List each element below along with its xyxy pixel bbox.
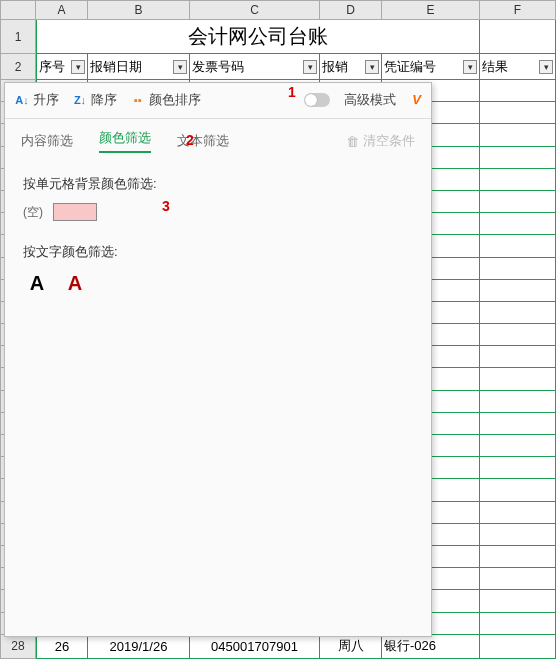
hdr-F-label: 结果 bbox=[482, 58, 508, 76]
empty-swatch-label: (空) bbox=[23, 204, 43, 221]
hdr-C-label: 发票号码 bbox=[192, 58, 244, 76]
cell[interactable] bbox=[480, 80, 556, 102]
font-color-black[interactable]: A bbox=[23, 271, 51, 295]
cell[interactable] bbox=[480, 568, 556, 590]
cell[interactable] bbox=[480, 435, 556, 457]
font-color-label: 按文字颜色筛选: bbox=[23, 243, 413, 261]
cell[interactable] bbox=[480, 147, 556, 169]
sort-asc-button[interactable]: A↓升序 bbox=[15, 91, 59, 109]
sort-desc-icon: Z↓ bbox=[73, 94, 87, 106]
cell[interactable] bbox=[480, 213, 556, 235]
cell[interactable] bbox=[480, 524, 556, 546]
hdr-B: 报销日期▾ bbox=[88, 54, 190, 80]
clear-label: 清空条件 bbox=[363, 132, 415, 150]
col-C[interactable]: C bbox=[190, 0, 320, 20]
filter-button-D[interactable]: ▾ bbox=[365, 60, 379, 74]
row-28-header[interactable]: 28 bbox=[0, 635, 36, 659]
cell[interactable] bbox=[480, 546, 556, 568]
hdr-A-label: 序号 bbox=[39, 58, 65, 76]
bg-color-label: 按单元格背景颜色筛选: bbox=[23, 175, 413, 193]
font-color-section: 按文字颜色筛选: A A bbox=[23, 243, 413, 295]
cell-F1[interactable] bbox=[480, 20, 556, 54]
filter-button-E[interactable]: ▾ bbox=[463, 60, 477, 74]
sort-asc-icon: A↓ bbox=[15, 94, 29, 106]
advanced-label: 高级模式 bbox=[344, 91, 396, 109]
row-1-header[interactable]: 1 bbox=[0, 20, 36, 54]
sort-asc-label: 升序 bbox=[33, 91, 59, 109]
cell-D28[interactable]: 周八 bbox=[320, 635, 382, 659]
filter-dropdown: A↓升序 Z↓降序 ▪▪颜色排序 高级模式 V 内容筛选 颜色筛选 文本筛选 🗑… bbox=[4, 82, 432, 637]
color-sort-label: 颜色排序 bbox=[149, 91, 201, 109]
hdr-D-label: 报销 bbox=[322, 58, 348, 76]
cell[interactable] bbox=[480, 124, 556, 146]
col-F[interactable]: F bbox=[480, 0, 556, 20]
dropdown-toolbar: A↓升序 Z↓降序 ▪▪颜色排序 高级模式 V bbox=[5, 83, 431, 119]
cell[interactable] bbox=[480, 169, 556, 191]
dropdown-tabs: 内容筛选 颜色筛选 文本筛选 🗑 清空条件 bbox=[5, 119, 431, 161]
cell[interactable] bbox=[480, 590, 556, 612]
hdr-F: 结果▾ bbox=[480, 54, 556, 80]
sheet-title: 会计网公司台账 bbox=[36, 20, 480, 54]
tab-color-filter[interactable]: 颜色筛选 bbox=[99, 129, 151, 153]
cell-B28[interactable]: 2019/1/26 bbox=[88, 635, 190, 659]
hdr-E-label: 凭证编号 bbox=[384, 58, 436, 76]
cell-C28[interactable]: 045001707901 bbox=[190, 635, 320, 659]
bg-color-section: 按单元格背景颜色筛选: (空) bbox=[23, 175, 413, 221]
cell[interactable] bbox=[480, 324, 556, 346]
tab-content-filter[interactable]: 内容筛选 bbox=[21, 132, 73, 150]
trash-icon: 🗑 bbox=[346, 134, 359, 149]
cell[interactable] bbox=[480, 258, 556, 280]
filter-button-C[interactable]: ▾ bbox=[303, 60, 317, 74]
cell[interactable] bbox=[480, 302, 556, 324]
advanced-toggle[interactable] bbox=[304, 93, 330, 107]
cell[interactable] bbox=[480, 235, 556, 257]
cell[interactable] bbox=[480, 346, 556, 368]
cell[interactable] bbox=[480, 457, 556, 479]
col-E[interactable]: E bbox=[382, 0, 480, 20]
cell[interactable] bbox=[480, 280, 556, 302]
row-2-header[interactable]: 2 bbox=[0, 54, 36, 80]
swatch-pink[interactable] bbox=[53, 203, 97, 221]
filter-button-B[interactable]: ▾ bbox=[173, 60, 187, 74]
cell-F28[interactable] bbox=[480, 635, 556, 659]
hdr-C: 发票号码▾ bbox=[190, 54, 320, 80]
col-D[interactable]: D bbox=[320, 0, 382, 20]
color-sort-button[interactable]: ▪▪颜色排序 bbox=[131, 91, 201, 109]
cell[interactable] bbox=[480, 613, 556, 635]
vip-icon: V bbox=[412, 92, 421, 107]
cell[interactable] bbox=[480, 413, 556, 435]
corner-cell[interactable] bbox=[0, 0, 36, 20]
font-color-red[interactable]: A bbox=[61, 271, 89, 295]
cell[interactable] bbox=[480, 479, 556, 501]
tab-text-filter[interactable]: 文本筛选 bbox=[177, 132, 229, 150]
hdr-E: 凭证编号▾ bbox=[382, 54, 480, 80]
cell[interactable] bbox=[480, 368, 556, 390]
filter-button-F[interactable]: ▾ bbox=[539, 60, 553, 74]
color-sort-icon: ▪▪ bbox=[131, 94, 145, 106]
filter-button-A[interactable]: ▾ bbox=[71, 60, 85, 74]
cell[interactable] bbox=[480, 391, 556, 413]
hdr-A: 序号▾ bbox=[36, 54, 88, 80]
sort-desc-button[interactable]: Z↓降序 bbox=[73, 91, 117, 109]
clear-conditions-button[interactable]: 🗑 清空条件 bbox=[346, 132, 415, 150]
col-B[interactable]: B bbox=[88, 0, 190, 20]
hdr-D: 报销▾ bbox=[320, 54, 382, 80]
cell[interactable] bbox=[480, 191, 556, 213]
hdr-B-label: 报销日期 bbox=[90, 58, 142, 76]
sort-desc-label: 降序 bbox=[91, 91, 117, 109]
col-A[interactable]: A bbox=[36, 0, 88, 20]
dropdown-body: 按单元格背景颜色筛选: (空) 按文字颜色筛选: A A bbox=[5, 161, 431, 331]
column-headers: A B C D E F bbox=[0, 0, 556, 20]
cell[interactable] bbox=[480, 102, 556, 124]
cell-E28[interactable]: 银行-026 bbox=[382, 635, 480, 659]
cell[interactable] bbox=[480, 502, 556, 524]
cell-A28[interactable]: 26 bbox=[36, 635, 88, 659]
